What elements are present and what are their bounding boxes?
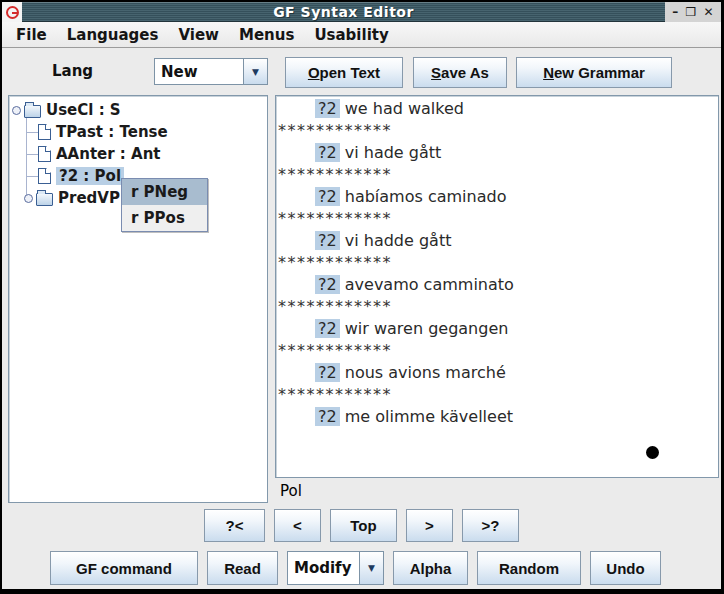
modify-select[interactable]: Modify ▼ [287, 551, 384, 585]
navigation-row: ?< < Top > >? [2, 509, 721, 542]
sentence-italian: ?2 avevamo camminato [278, 274, 718, 296]
menu-languages[interactable]: Languages [57, 24, 169, 46]
next-question-button[interactable]: >? [462, 509, 519, 542]
focus-token[interactable]: ?2 [315, 319, 340, 338]
document-icon [38, 124, 51, 140]
focus-token[interactable]: ?2 [315, 407, 340, 426]
selected-tree-node-label: ?2 : Pol [56, 167, 124, 185]
prev-question-button[interactable]: ?< [204, 509, 265, 542]
window-border-top [0, 0, 724, 2]
sentence-french: ?2 nous avions marché [278, 362, 718, 384]
tree-node-pol[interactable]: ?2 : Pol [10, 165, 124, 187]
bullet-dot [646, 446, 659, 459]
open-text-button[interactable]: Open Text [285, 57, 403, 88]
focus-token[interactable]: ?2 [315, 187, 340, 206]
popup-item-ppos[interactable]: r PPos [122, 205, 207, 231]
gf-command-button[interactable]: GF command [50, 551, 198, 585]
new-grammar-button[interactable]: New Grammar [516, 57, 672, 88]
menu-usability[interactable]: Usability [304, 24, 398, 46]
gf-syntax-editor-window: GF Syntax Editor – ❒ ✕ File Languages Vi… [0, 0, 724, 594]
focus-token[interactable]: ?2 [315, 363, 340, 382]
window-border-left [0, 0, 2, 594]
tree-node-tpast[interactable]: TPast : Tense [10, 121, 168, 143]
titlebar-stripes: GF Syntax Editor [22, 2, 665, 22]
chevron-down-icon: ▼ [359, 552, 383, 584]
tree-node-aanter[interactable]: AAnter : Ant [10, 143, 161, 165]
language-separator: ************ [278, 164, 718, 186]
folder-icon [24, 105, 41, 118]
document-icon [38, 146, 51, 162]
menu-file[interactable]: File [6, 24, 57, 46]
expand-handle-icon[interactable] [12, 106, 21, 115]
folder-icon [36, 193, 53, 206]
alpha-button[interactable]: Alpha [393, 551, 468, 585]
lang-label: Lang [52, 62, 93, 80]
window-title: GF Syntax Editor [273, 4, 414, 20]
document-icon [38, 168, 51, 184]
sentence-finnish: ?2 me olimme kävelleet [278, 406, 718, 428]
window-border-bottom [0, 589, 724, 594]
language-separator: ************ [278, 120, 718, 142]
undo-button[interactable]: Undo [590, 551, 661, 585]
sentence-german: ?2 wir waren gegangen [278, 318, 718, 340]
close-icon[interactable]: ✕ [704, 6, 714, 18]
modify-select-value: Modify [288, 552, 359, 584]
sentence-norwegian: ?2 vi hadde gått [278, 230, 718, 252]
language-separator: ************ [278, 296, 718, 318]
menubar: File Languages View Menus Usability [2, 22, 721, 48]
tree-node-usecl[interactable]: UseCl : S [10, 99, 121, 121]
toolbar: Lang New ▼ Open Text Save As New Grammar [2, 48, 721, 95]
language-separator: ************ [278, 208, 718, 230]
random-button[interactable]: Random [477, 551, 581, 585]
menu-view[interactable]: View [168, 24, 229, 46]
sentence-swedish: ?2 vi hade gått [278, 142, 718, 164]
sentence-english: ?2 we had walked [278, 98, 718, 120]
lang-select[interactable]: New ▼ [154, 58, 268, 85]
read-button[interactable]: Read [207, 551, 278, 585]
status-category-label: Pol [280, 482, 302, 500]
popup-item-pneg[interactable]: r PNeg [122, 179, 207, 205]
gf-logo-icon [2, 2, 22, 22]
focus-token[interactable]: ?2 [315, 231, 340, 250]
linearization-text-pane[interactable]: ?2 we had walked ************ ?2 vi hade… [275, 95, 719, 478]
focus-token[interactable]: ?2 [315, 143, 340, 162]
language-separator: ************ [278, 340, 718, 362]
next-button[interactable]: > [406, 509, 453, 542]
action-row: GF command Read Modify ▼ Alpha Random Un… [2, 551, 721, 585]
maximize-icon[interactable]: ❒ [686, 6, 697, 18]
language-separator: ************ [278, 384, 718, 406]
collapse-handle-icon[interactable] [24, 194, 33, 203]
focus-token[interactable]: ?2 [315, 275, 340, 294]
tree-node-predvp[interactable]: PredVP [10, 187, 120, 209]
menu-menus[interactable]: Menus [229, 24, 304, 46]
window-controls: – ❒ ✕ [665, 2, 721, 22]
chevron-down-icon: ▼ [243, 59, 267, 84]
language-separator: ************ [278, 252, 718, 274]
syntax-tree-panel[interactable]: UseCl : S TPast : Tense AAnter : Ant ?2 … [8, 95, 268, 503]
prev-button[interactable]: < [274, 509, 321, 542]
save-as-button[interactable]: Save As [413, 57, 507, 88]
refinement-popup-menu: r PNeg r PPos [121, 178, 208, 232]
titlebar: GF Syntax Editor – ❒ ✕ [2, 2, 721, 22]
sentence-spanish: ?2 habíamos caminado [278, 186, 718, 208]
minimize-icon[interactable]: – [672, 6, 678, 18]
lang-select-value: New [155, 59, 243, 84]
top-button[interactable]: Top [330, 509, 397, 542]
focus-token[interactable]: ?2 [315, 99, 340, 118]
